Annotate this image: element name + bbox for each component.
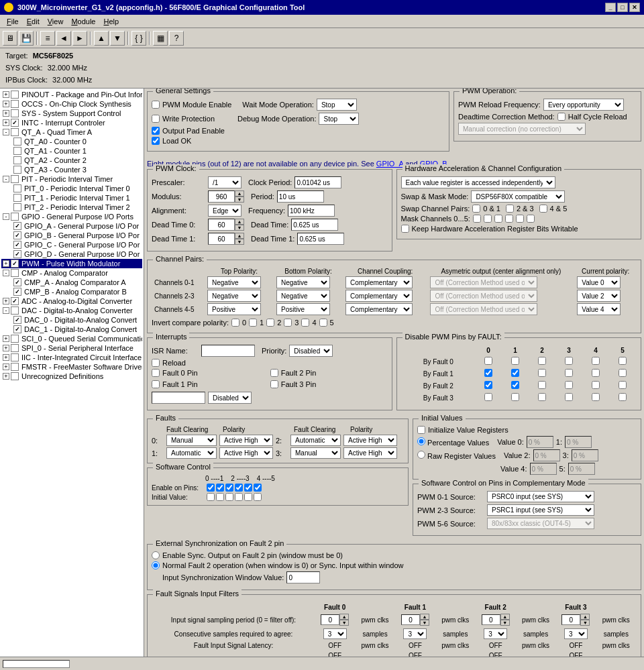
val0-input[interactable] xyxy=(527,436,553,448)
ch01-bot-pol-select[interactable]: NegativePositive xyxy=(276,276,330,288)
new-button[interactable]: 🖥 xyxy=(3,31,17,46)
dead-time-0-input[interactable] xyxy=(208,219,235,231)
ch23-top-pol-select[interactable]: NegativePositive xyxy=(207,290,261,302)
fault-priority2-select[interactable]: Disabled xyxy=(208,392,252,404)
ch45-coupling-select[interactable]: ComplementaryIndependent xyxy=(345,303,413,315)
initial-5-checkbox[interactable] xyxy=(254,493,262,501)
dpwm-f1-5[interactable] xyxy=(619,369,627,377)
pwm56-source-select[interactable]: 80x/83xx classic (OUT4-5) xyxy=(487,518,594,529)
pwm01-source-select[interactable]: PSRC0 input (see SYS) xyxy=(487,491,594,502)
reload-freq-select[interactable]: Every opportunity xyxy=(543,99,624,111)
invert-4-checkbox[interactable] xyxy=(301,319,309,327)
manual-corr-select[interactable]: Manual correction (no correction) xyxy=(458,123,586,135)
maximize-button[interactable]: □ xyxy=(617,3,628,12)
tree-item-23[interactable]: -DAC - Digital-to-Analog Converter xyxy=(1,306,142,315)
ff-consec-0-select[interactable]: 3124 xyxy=(323,628,347,639)
dpwm-f2-5[interactable] xyxy=(619,381,627,389)
val1-input[interactable] xyxy=(565,436,592,448)
fault0-pin-checkbox[interactable] xyxy=(152,369,160,377)
fault-3-polarity[interactable]: Active HighActive Low xyxy=(343,447,397,459)
enable-0-checkbox[interactable] xyxy=(207,484,215,492)
mask-2-checkbox[interactable] xyxy=(494,215,502,223)
menu-help[interactable]: Help xyxy=(99,17,123,26)
menu-edit[interactable]: Edit xyxy=(23,17,44,26)
fault-2-clearing[interactable]: AutomaticManual xyxy=(290,435,341,446)
wait-mode-select[interactable]: StopRun xyxy=(317,99,357,111)
enable-5-checkbox[interactable] xyxy=(254,484,262,492)
ch45-bot-pol-select[interactable]: PositiveNegative xyxy=(276,303,330,315)
chip-button[interactable]: ▦ xyxy=(153,31,168,46)
pwm-module-enable-checkbox[interactable] xyxy=(152,101,160,109)
initial-0-checkbox[interactable] xyxy=(207,493,215,501)
enable-4-checkbox[interactable] xyxy=(244,484,252,492)
dpwm-f3-3[interactable] xyxy=(565,393,573,401)
fault-0-polarity[interactable]: Active HighActive Low xyxy=(219,435,273,446)
ch01-top-pol-select[interactable]: NegativePositive xyxy=(207,276,261,288)
dead-time-0-up-btn[interactable]: ▲ xyxy=(235,219,244,225)
dpwm-f2-1[interactable] xyxy=(511,381,519,389)
dead-time-0-down-btn[interactable]: ▼ xyxy=(235,225,244,231)
gpio-a-link[interactable]: GPIO_A xyxy=(376,160,403,168)
close-button[interactable]: ✕ xyxy=(629,3,640,12)
fault-1-clearing[interactable]: AutomaticManual xyxy=(166,447,217,459)
modulus-input[interactable] xyxy=(208,190,235,203)
initial-2-checkbox[interactable] xyxy=(225,493,233,501)
fault-3-clearing[interactable]: ManualAutomatic xyxy=(290,447,341,459)
tree-item-9[interactable]: -PIT - Periodic Interval Timer xyxy=(1,174,142,184)
tree-item-12[interactable]: PIT_2 - Periodic Interval Timer 2 xyxy=(1,203,142,212)
ff-sampling-3-up[interactable]: ▲ xyxy=(580,614,590,620)
tree-item-15[interactable]: GPIO_B - General Purpose I/O Por xyxy=(1,231,142,240)
output-pad-enable-checkbox[interactable] xyxy=(152,127,160,135)
invert-1-checkbox[interactable] xyxy=(249,319,257,327)
menu-file[interactable]: File xyxy=(3,17,23,26)
tree-item-16[interactable]: GPIO_C - General Purpose I/O Por xyxy=(1,240,142,249)
tree-item-27[interactable]: +SPI_0 - Serial Peripheral Interface xyxy=(1,343,142,353)
ff-sampling-1-input[interactable] xyxy=(401,614,420,625)
ch23-coupling-select[interactable]: ComplementaryIndependent xyxy=(345,290,413,302)
tree-item-4[interactable]: -QT_A - Quad Timer A xyxy=(1,127,142,137)
ff-consec-3-select[interactable]: 3124 xyxy=(564,628,588,639)
ff-sampling-1-down[interactable]: ▼ xyxy=(420,620,429,626)
initial-4-checkbox[interactable] xyxy=(244,493,252,501)
tree-item-5[interactable]: QT_A0 - Counter 0 xyxy=(1,137,142,146)
ch01-curr-pol-select[interactable]: Value 0 xyxy=(577,276,621,288)
tree-item-6[interactable]: QT_A1 - Counter 1 xyxy=(1,146,142,156)
initial-1-checkbox[interactable] xyxy=(216,493,224,501)
dpwm-f0-5[interactable] xyxy=(619,357,627,365)
fault2-pin-checkbox[interactable] xyxy=(270,369,278,377)
fault-0-clearing[interactable]: ManualAutomatic xyxy=(166,435,217,446)
save-button[interactable]: 💾 xyxy=(19,31,34,46)
tree-item-0[interactable]: +PINOUT - Package and Pin-Out Inform xyxy=(1,90,142,99)
normal-fault-radio[interactable] xyxy=(152,561,160,569)
dpwm-f1-4[interactable] xyxy=(592,369,600,377)
ch45-curr-pol-select[interactable]: Value 4 xyxy=(577,303,621,315)
tree-item-20[interactable]: CMP_A - Analog Comparator A xyxy=(1,278,142,287)
enable-3-checkbox[interactable] xyxy=(235,484,243,492)
dpwm-f2-3[interactable] xyxy=(565,381,573,389)
dt1-input[interactable] xyxy=(297,233,344,245)
mask-0-checkbox[interactable] xyxy=(473,215,481,223)
alignment-select[interactable]: EdgeCenter xyxy=(208,205,241,217)
ch01-coupling-select[interactable]: ComplementaryIndependent xyxy=(345,276,413,288)
dpwm-f1-3[interactable] xyxy=(565,369,573,377)
dpwm-f3-1[interactable] xyxy=(511,393,519,401)
value-reg-select[interactable]: Each value register is accessed independ… xyxy=(401,176,555,188)
swap-45-checkbox[interactable] xyxy=(539,205,547,213)
dpwm-f2-4[interactable] xyxy=(592,381,600,389)
ch23-asym-select[interactable]: Off (Correction Method used only) xyxy=(430,290,537,302)
half-cycle-reload-checkbox[interactable] xyxy=(557,113,566,121)
isr-name-input[interactable] xyxy=(201,345,255,357)
tree-item-2[interactable]: +SYS - System Support Control xyxy=(1,109,142,118)
back-button[interactable]: ◄ xyxy=(56,31,71,46)
pwm23-source-select[interactable]: PSRC1 input (see SYS) xyxy=(487,504,594,516)
dpwm-f1-1[interactable] xyxy=(511,369,519,377)
dpwm-f3-4[interactable] xyxy=(592,393,600,401)
fault-2-polarity[interactable]: Active HighActive Low xyxy=(343,435,397,446)
ff-sampling-0-input[interactable] xyxy=(321,614,339,625)
code-button[interactable]: { } xyxy=(131,31,146,46)
tree-item-14[interactable]: GPIO_A - General Purpose I/O Por xyxy=(1,221,142,231)
invert-3-checkbox[interactable] xyxy=(284,319,292,327)
ch23-bot-pol-select[interactable]: NegativePositive xyxy=(276,290,330,302)
debug-mode-select[interactable]: StopRun xyxy=(319,113,359,125)
ff-sampling-0-down[interactable]: ▼ xyxy=(339,620,349,626)
